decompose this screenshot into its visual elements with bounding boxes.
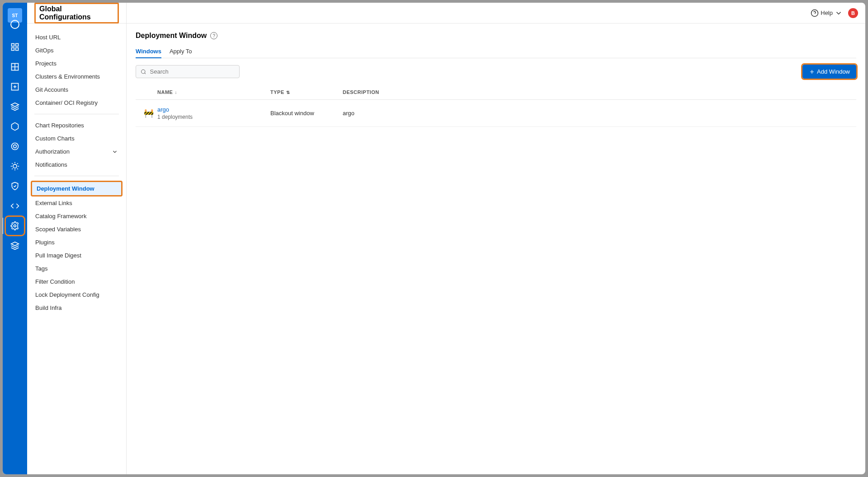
sidebar-item-label: Host URL [35,34,118,41]
svg-rect-1 [16,44,19,47]
sidebar-item-custom-charts[interactable]: Custom Charts [31,132,123,145]
page-header-title: Global Configurations [34,3,119,23]
sidebar-item-label: External Links [35,200,118,206]
sidebar-item-label: Catalog Framework [35,213,118,220]
sidebar-item-label: Pull Image Digest [35,252,118,259]
rail-shield-icon[interactable] [7,178,23,194]
svg-point-11 [12,143,19,150]
sidebar-item-authorization[interactable]: Authorization [31,145,123,158]
svg-point-12 [14,145,17,148]
sidebar-item-build-infra[interactable]: Build Infra [31,301,123,314]
sidebar-item-label: Authorization [35,148,112,155]
rail-add-icon[interactable] [7,79,23,95]
rail-grid-icon[interactable] [7,59,23,75]
sidebar-item-label: Scoped Variables [35,226,118,233]
sidebar-divider [34,114,119,114]
sidebar-item-catalog-framework[interactable]: Catalog Framework [31,210,123,223]
chevron-down-icon [835,9,843,17]
rail-code-icon[interactable] [7,198,23,214]
content: Deployment Window ? Windows Apply To Add… [127,23,865,474]
sidebar-item-plugins[interactable]: Plugins [31,236,123,249]
help-button[interactable]: Help [811,9,843,17]
column-description: DESCRIPTION [343,89,856,95]
svg-line-17 [17,168,18,169]
rail-cube-icon[interactable] [7,118,23,135]
sidebar-item-container-registry[interactable]: Container/ OCI Registry [31,96,123,109]
rail-layers-icon[interactable] [7,98,23,115]
row-subtext: 1 deployments [157,114,270,120]
info-icon[interactable]: ? [210,32,217,39]
sidebar-item-chart-repos[interactable]: Chart Repositories [31,119,123,132]
sidebar-item-lock-deployment-config[interactable]: Lock Deployment Config [31,288,123,301]
sidebar: Global Configurations Host URL GitOps Pr… [27,3,127,474]
svg-rect-0 [12,44,14,47]
sidebar-item-host-url[interactable]: Host URL [31,31,123,44]
sidebar-item-label: Lock Deployment Config [35,291,118,298]
rail-target-icon[interactable] [7,138,23,154]
page-title: Deployment Window [136,32,207,40]
add-window-label: Add Window [817,68,850,75]
tab-windows[interactable]: Windows [136,45,161,58]
sidebar-item-external-links[interactable]: External Links [31,196,123,210]
sidebar-item-gitops[interactable]: GitOps [31,44,123,57]
app-logo[interactable]: ST [8,8,22,23]
column-name-label: NAME [157,89,173,95]
add-window-button[interactable]: Add Window [802,65,856,79]
svg-line-21 [17,163,18,164]
sidebar-item-label: Container/ OCI Registry [35,99,118,106]
rail-apps-icon[interactable] [7,39,23,55]
sidebar-item-label: Git Accounts [35,86,118,93]
sidebar-item-label: Notifications [35,161,118,168]
search-input[interactable] [150,68,235,75]
table-header: NAME ↓ TYPE ⇅ DESCRIPTION [136,85,856,100]
sidebar-item-notifications[interactable]: Notifications [31,158,123,171]
row-type: Blackout window [270,110,343,117]
sidebar-item-clusters[interactable]: Clusters & Environments [31,70,123,83]
barrier-icon: 🚧 [140,108,157,118]
sidebar-item-git-accounts[interactable]: Git Accounts [31,83,123,96]
svg-marker-23 [11,242,19,246]
rail-helm-icon[interactable] [7,158,23,174]
top-header: Help B [127,3,865,23]
help-icon [811,9,819,17]
tabs: Windows Apply To [136,45,856,58]
svg-point-22 [14,225,16,227]
sort-icon: ⇅ [286,90,290,95]
rail-stack-icon[interactable] [7,238,23,254]
table-row[interactable]: 🚧 argo 1 deployments Blackout window arg… [136,100,856,127]
sidebar-item-label: Deployment Window [37,185,117,192]
tab-apply-to[interactable]: Apply To [170,45,192,58]
rail-settings-icon[interactable] [7,218,23,234]
sidebar-item-filter-condition[interactable]: Filter Condition [31,275,123,288]
svg-line-16 [12,163,13,164]
user-avatar[interactable]: B [848,8,858,18]
svg-rect-3 [12,48,14,51]
search-icon [141,69,146,75]
row-description: argo [343,110,856,117]
sidebar-item-label: GitOps [35,47,118,54]
sidebar-item-label: Filter Condition [35,278,118,285]
sidebar-item-label: Clusters & Environments [35,73,118,80]
sort-down-icon: ↓ [175,90,177,95]
column-type[interactable]: TYPE ⇅ [270,89,343,95]
sidebar-item-scoped-variables[interactable]: Scoped Variables [31,223,123,236]
app-frame: ST Global Configurations Host URL GitOps… [3,3,865,474]
search-box[interactable] [136,65,240,78]
svg-line-20 [12,168,13,169]
plus-icon [809,69,815,75]
sidebar-item-tags[interactable]: Tags [31,262,123,275]
sidebar-item-label: Plugins [35,239,118,246]
svg-point-13 [13,164,17,168]
column-name[interactable]: NAME ↓ [157,89,270,95]
svg-marker-10 [11,103,19,107]
sidebar-item-projects[interactable]: Projects [31,57,123,70]
svg-line-27 [145,73,146,74]
sidebar-item-label: Tags [35,265,118,272]
row-name[interactable]: argo [157,106,270,113]
sidebar-item-label: Build Infra [35,304,118,311]
sidebar-item-label: Custom Charts [35,135,118,142]
sidebar-item-pull-image-digest[interactable]: Pull Image Digest [31,249,123,262]
sidebar-divider [34,176,119,176]
svg-point-26 [142,70,145,73]
sidebar-item-deployment-window[interactable]: Deployment Window [31,181,123,196]
